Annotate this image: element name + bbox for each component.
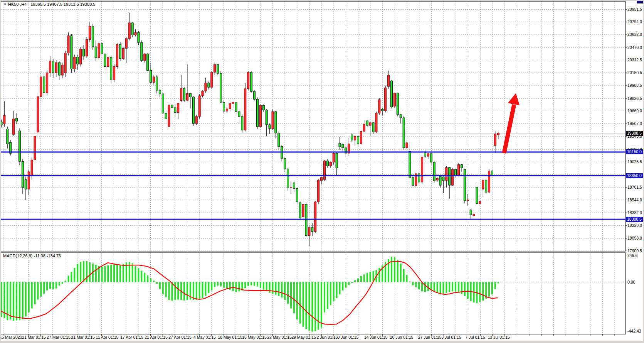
candle-down bbox=[278, 133, 280, 147]
trend-arrow-head[interactable] bbox=[508, 93, 520, 105]
candle-down bbox=[52, 61, 54, 73]
candle-down bbox=[336, 153, 338, 168]
candle-up bbox=[61, 65, 63, 75]
candle-down bbox=[43, 77, 45, 93]
candle-down bbox=[254, 91, 256, 99]
candle-up bbox=[98, 44, 100, 58]
candle-down bbox=[424, 153, 426, 156]
candle-down bbox=[476, 187, 478, 203]
candle-down bbox=[192, 97, 194, 123]
candle-down bbox=[119, 44, 121, 59]
candle-up bbox=[232, 102, 234, 103]
candle-down bbox=[284, 158, 286, 169]
candle-up bbox=[321, 177, 323, 181]
candle-up bbox=[135, 32, 136, 35]
candle-up bbox=[302, 204, 304, 217]
candle-down bbox=[251, 72, 252, 91]
price-axis-label: 20150.5 bbox=[627, 70, 642, 75]
date-axis-label: 7 Jul 01:15 bbox=[465, 335, 485, 340]
candle-down bbox=[357, 136, 359, 144]
window-frame-top bbox=[0, 0, 644, 1]
candle-up bbox=[467, 200, 469, 201]
candle-up bbox=[427, 154, 429, 156]
candle-down bbox=[156, 77, 158, 90]
current-price-badge: 19388.5 bbox=[626, 131, 644, 136]
candle-down bbox=[433, 162, 435, 181]
candle-up bbox=[195, 117, 197, 123]
candle-up bbox=[488, 171, 490, 192]
candle-down bbox=[138, 32, 140, 42]
date-axis-label: 22 May 01:15 bbox=[267, 335, 292, 340]
candle-up bbox=[144, 54, 146, 61]
candle-down bbox=[71, 35, 72, 69]
candle-down bbox=[241, 117, 243, 130]
candle-down bbox=[491, 171, 493, 176]
mt4-chart-window[interactable]: ▼HK50-,H419365.5 19407.5 19313.5 19388.5… bbox=[0, 0, 644, 343]
candle-up bbox=[479, 201, 481, 203]
candle-up bbox=[360, 131, 362, 144]
candle-down bbox=[397, 93, 399, 115]
candle-down bbox=[403, 118, 405, 148]
candle-down bbox=[439, 176, 441, 185]
candle-up bbox=[31, 160, 33, 176]
price-axis-label: 18058.0 bbox=[627, 236, 642, 241]
price-level-badge: 18850.0 bbox=[626, 173, 644, 178]
candle-up bbox=[55, 63, 57, 73]
candle-up bbox=[198, 96, 200, 117]
candle-up bbox=[333, 153, 335, 162]
candle-down bbox=[296, 188, 298, 202]
candle-down bbox=[287, 169, 289, 188]
candle-up bbox=[494, 134, 496, 145]
candle-up bbox=[436, 178, 438, 180]
candle-up bbox=[40, 77, 42, 96]
candle-down bbox=[25, 180, 27, 189]
candle-up bbox=[244, 89, 246, 130]
candle-down bbox=[223, 102, 225, 111]
candle-down bbox=[412, 177, 414, 186]
date-axis-label: 3 Jul 01:15 bbox=[441, 335, 461, 340]
date-axis-label: 20 Jun 01:15 bbox=[390, 335, 414, 340]
chart-title: ▼HK50-,H419365.5 19407.5 19313.5 19388.5 bbox=[3, 2, 95, 7]
candle-down bbox=[409, 151, 411, 177]
candle-up bbox=[272, 112, 274, 128]
window-frame-bottom bbox=[0, 341, 644, 343]
candle-down bbox=[22, 162, 24, 188]
candle-up bbox=[363, 124, 365, 131]
candle-up bbox=[211, 72, 213, 87]
candle-down bbox=[95, 47, 97, 58]
chart-canvas[interactable] bbox=[0, 0, 644, 343]
date-axis-label: 21 Mar 01:15 bbox=[22, 335, 46, 340]
macd-axis-label-max: 249.6 bbox=[627, 253, 637, 258]
candle-up bbox=[375, 113, 377, 132]
candle-down bbox=[351, 135, 353, 140]
main-chart-border bbox=[1, 2, 626, 251]
candle-down bbox=[256, 99, 258, 127]
candle-down bbox=[183, 88, 185, 100]
candle-up bbox=[308, 228, 310, 236]
candle-down bbox=[83, 49, 85, 56]
price-level-badge: 18300.5 bbox=[626, 217, 644, 222]
date-axis-label: 11 Apr 01:15 bbox=[96, 335, 119, 340]
candle-up bbox=[153, 77, 155, 82]
date-axis-label: 13 Jul 01:15 bbox=[488, 335, 509, 340]
date-axis-label: 10 May 01:15 bbox=[218, 335, 242, 340]
candle-down bbox=[238, 112, 240, 117]
candle-up bbox=[113, 66, 115, 80]
symbol-dropdown-icon[interactable]: ▼ bbox=[3, 3, 7, 6]
date-axis-label: 27 Apr 01:15 bbox=[168, 335, 192, 340]
chart-symbol-period: HK50-,H4 bbox=[8, 2, 27, 7]
date-axis-label: 31 Mar 01:15 bbox=[71, 335, 95, 340]
candle-down bbox=[92, 26, 94, 47]
candle-up bbox=[214, 64, 216, 72]
price-axis-label: 20312.5 bbox=[627, 57, 642, 63]
date-axis-label: 8 Jun 01:15 bbox=[338, 335, 359, 340]
price-axis-label: 20632.0 bbox=[627, 32, 642, 37]
price-axis-label: 18701.5 bbox=[627, 185, 642, 190]
candle-up bbox=[226, 109, 228, 111]
date-axis-label: 4 May 01:15 bbox=[193, 335, 216, 340]
price-level-badge: 19150.0 bbox=[626, 149, 644, 154]
candle-down bbox=[171, 105, 173, 108]
candle-down bbox=[77, 57, 79, 64]
candle-down bbox=[269, 125, 271, 128]
trend-arrow-shaft[interactable] bbox=[504, 105, 514, 153]
